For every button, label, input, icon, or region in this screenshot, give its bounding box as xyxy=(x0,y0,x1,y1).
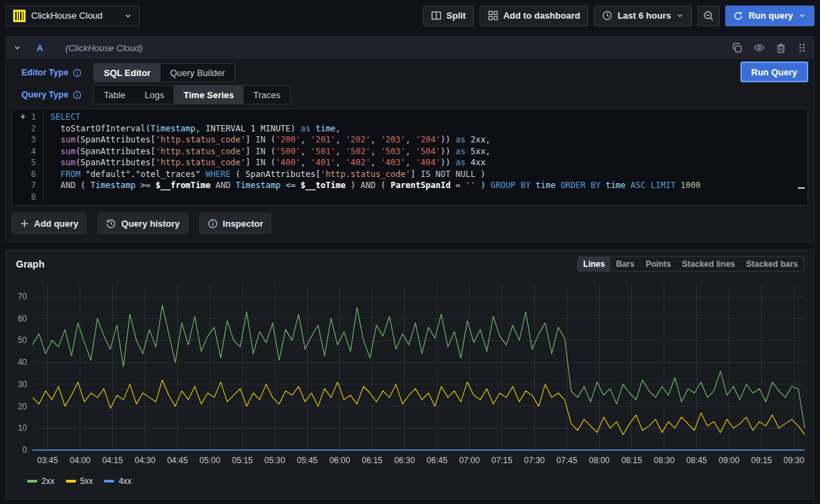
inspector-label: Inspector xyxy=(223,218,264,229)
code-line-8: 8 xyxy=(12,192,808,203)
svg-text:60: 60 xyxy=(18,314,28,324)
editor-type-label: Editor Type xyxy=(12,68,93,77)
svg-text:04:15: 04:15 xyxy=(102,456,123,465)
top-toolbar: ClickHouse Cloud Split Add to dashboard … xyxy=(0,0,820,31)
duplicate-query-icon[interactable] xyxy=(732,43,742,53)
tab-logs[interactable]: Logs xyxy=(135,86,174,104)
graph-mode-toggle: LinesBarsPointsStacked linesStacked bars xyxy=(577,256,804,272)
option-sql-editor[interactable]: SQL Editor xyxy=(94,64,161,82)
svg-text:0: 0 xyxy=(22,445,27,455)
legend-item-5xx[interactable]: 5xx xyxy=(66,476,93,486)
legend-label-2xx: 2xx xyxy=(42,476,55,486)
split-button[interactable]: Split xyxy=(423,6,474,26)
datasource-picker[interactable]: ClickHouse Cloud xyxy=(6,6,140,26)
legend-label-4xx: 4xx xyxy=(118,476,131,486)
add-query-label: Add query xyxy=(34,218,78,229)
svg-text:06:15: 06:15 xyxy=(362,456,383,465)
add-to-dashboard-button[interactable]: Add to dashboard xyxy=(480,6,588,26)
datasource-name: ClickHouse Cloud xyxy=(31,10,118,21)
chevron-down-icon xyxy=(676,12,684,19)
drag-handle-icon[interactable] xyxy=(797,43,807,53)
expand-plus-icon[interactable]: + xyxy=(21,111,26,123)
time-range-picker[interactable]: Last 6 hours xyxy=(594,6,691,26)
collapse-chevron-icon[interactable] xyxy=(13,44,21,52)
sql-code-editor[interactable]: +1SELECT2 toStartOfInterval(Timestamp, I… xyxy=(12,109,808,206)
svg-text:08:30: 08:30 xyxy=(654,456,675,465)
svg-text:10: 10 xyxy=(18,423,28,433)
zoom-out-icon xyxy=(703,10,714,21)
svg-text:20: 20 xyxy=(18,402,28,411)
svg-text:08:00: 08:00 xyxy=(589,456,610,465)
tab-traces[interactable]: Traces xyxy=(244,86,290,104)
legend-swatch-2xx xyxy=(27,480,37,483)
toggle-visibility-icon[interactable] xyxy=(754,42,765,53)
zoom-out-button[interactable] xyxy=(698,6,720,26)
svg-text:07:45: 07:45 xyxy=(556,456,577,465)
query-type-label: Query Type xyxy=(12,90,93,100)
legend-item-2xx[interactable]: 2xx xyxy=(27,476,55,486)
svg-text:09:15: 09:15 xyxy=(751,456,772,465)
refresh-icon xyxy=(734,11,743,21)
legend-swatch-5xx xyxy=(66,480,76,483)
info-icon[interactable] xyxy=(73,68,82,77)
delete-query-icon[interactable] xyxy=(776,43,786,53)
run-query-panel-button[interactable]: Run Query xyxy=(740,62,808,82)
query-footer-actions: Add query Query history Inspector xyxy=(6,206,814,242)
svg-text:30: 30 xyxy=(18,380,28,389)
mode-lines[interactable]: Lines xyxy=(578,257,610,271)
mode-stacked-bars[interactable]: Stacked bars xyxy=(740,257,803,271)
chevron-down-icon xyxy=(124,12,132,20)
svg-text:07:15: 07:15 xyxy=(491,456,512,465)
svg-text:07:30: 07:30 xyxy=(524,456,545,465)
query-editor-panel: A (ClickHouse Cloud) Editor Type xyxy=(6,36,814,243)
text-cursor xyxy=(798,187,805,189)
code-line-6: 6 FROM "default"."otel_traces" WHERE ( S… xyxy=(12,169,808,180)
query-history-button[interactable]: Query history xyxy=(98,213,188,234)
query-type-row: Query Type TableLogsTime SeriesTraces xyxy=(12,85,808,104)
svg-text:05:30: 05:30 xyxy=(264,456,285,465)
tab-time-series[interactable]: Time Series xyxy=(174,86,244,104)
split-label: Split xyxy=(446,10,466,21)
svg-text:40: 40 xyxy=(18,357,28,367)
add-to-dashboard-label: Add to dashboard xyxy=(503,10,580,21)
plus-icon xyxy=(20,219,29,228)
history-icon xyxy=(106,218,116,229)
run-query-label: Run query xyxy=(749,10,793,21)
svg-text:05:15: 05:15 xyxy=(232,456,253,465)
chevron-down-icon xyxy=(799,12,806,19)
svg-text:09:30: 09:30 xyxy=(783,456,804,465)
svg-text:04:45: 04:45 xyxy=(167,456,188,465)
graph-panel: Graph LinesBarsPointsStacked linesStacke… xyxy=(6,250,814,500)
svg-text:08:45: 08:45 xyxy=(686,456,707,465)
svg-text:09:00: 09:00 xyxy=(719,456,740,465)
add-query-button[interactable]: Add query xyxy=(12,213,86,234)
code-line-1: +1SELECT xyxy=(12,111,808,123)
run-query-toolbar-button[interactable]: Run query xyxy=(725,6,814,26)
legend-item-4xx[interactable]: 4xx xyxy=(104,476,131,486)
query-datasource-hint: (ClickHouse Cloud) xyxy=(65,43,722,53)
query-ref-label: A xyxy=(37,43,43,53)
inspector-button[interactable]: Inspector xyxy=(199,213,272,234)
query-history-label: Query history xyxy=(121,218,180,229)
clickhouse-logo-icon xyxy=(13,10,26,22)
svg-text:06:45: 06:45 xyxy=(427,456,448,465)
svg-text:06:00: 06:00 xyxy=(329,456,350,465)
code-line-7: 7 AND ( Timestamp >= $__fromTime AND Tim… xyxy=(12,180,808,192)
timeseries-chart[interactable]: 01020304050607003:4504:0004:1504:3004:45… xyxy=(6,273,814,475)
editor-type-toggle: SQL EditorQuery Builder xyxy=(93,63,235,82)
clock-icon xyxy=(602,10,612,21)
apps-grid-icon xyxy=(488,10,498,21)
graph-panel-title: Graph xyxy=(16,259,44,270)
info-icon[interactable] xyxy=(73,91,82,100)
legend-swatch-4xx xyxy=(104,480,114,483)
code-line-5: 5 sum(SpanAttributes['http.status_code']… xyxy=(12,157,808,169)
mode-bars[interactable]: Bars xyxy=(610,257,640,271)
option-query-builder[interactable]: Query Builder xyxy=(161,64,235,82)
mode-stacked-lines[interactable]: Stacked lines xyxy=(677,257,741,271)
query-row-header[interactable]: A (ClickHouse Cloud) xyxy=(6,37,814,59)
svg-text:07:00: 07:00 xyxy=(459,456,480,465)
mode-points[interactable]: Points xyxy=(640,257,677,271)
tab-table[interactable]: Table xyxy=(94,86,135,104)
svg-text:05:00: 05:00 xyxy=(199,456,220,465)
svg-text:70: 70 xyxy=(18,292,28,301)
